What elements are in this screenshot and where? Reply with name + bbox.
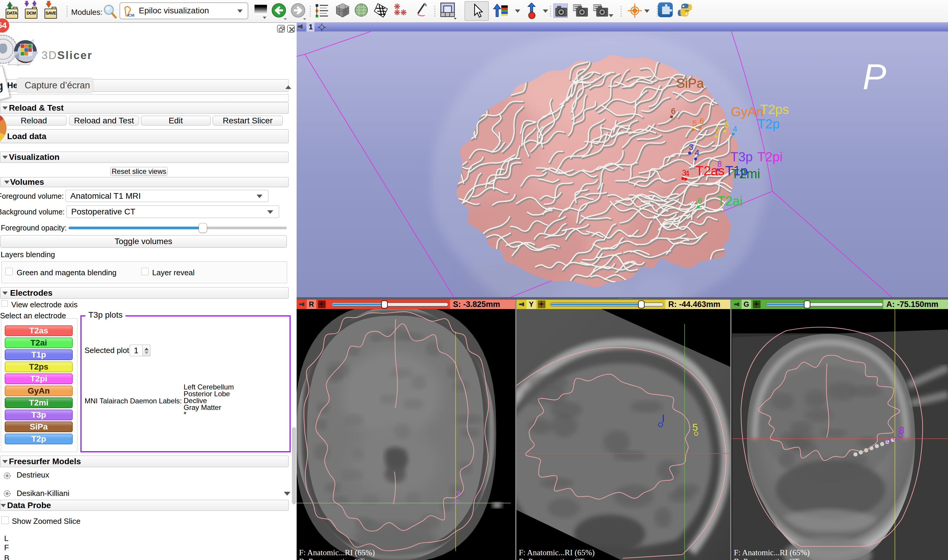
svg-text:F: Anatomic...RI (65%): F: Anatomic...RI (65%) <box>299 548 375 557</box>
svg-text:F: Anatomic...RI (65%): F: Anatomic...RI (65%) <box>519 548 595 557</box>
svg-text:F: Anatomic...RI (65%): F: Anatomic...RI (65%) <box>734 548 810 557</box>
svg-text:B: Postoperative CT: B: Postoperative CT <box>519 557 584 560</box>
svg-text:B: Postoperative CT: B: Postoperative CT <box>299 557 365 560</box>
svg-text:8: 8 <box>899 425 904 436</box>
svg-text:5: 5 <box>692 422 698 433</box>
svg-text:B: Postoperative CT: B: Postoperative CT <box>734 557 799 560</box>
svg-text:7: 7 <box>456 490 461 500</box>
